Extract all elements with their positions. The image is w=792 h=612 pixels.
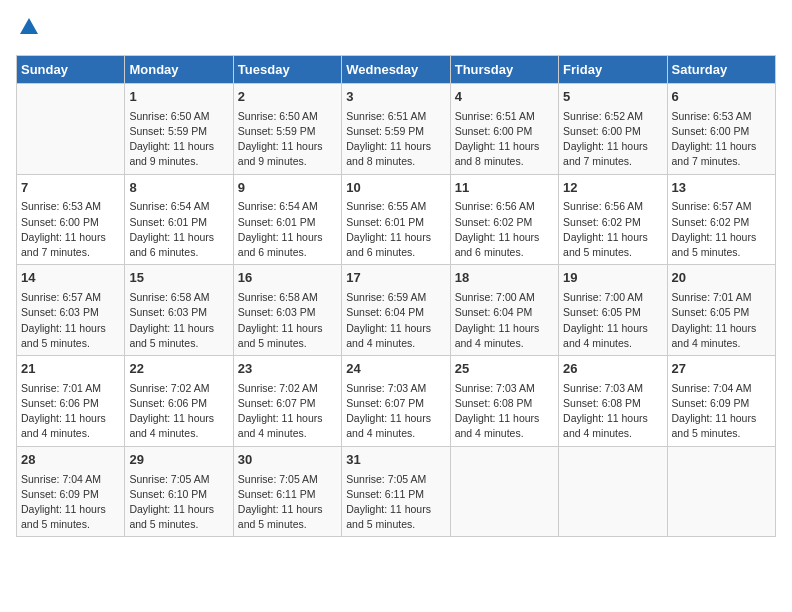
- day-info: Sunrise: 7:02 AM: [129, 381, 228, 396]
- day-info: Sunrise: 7:01 AM: [21, 381, 120, 396]
- day-info: and 9 minutes.: [129, 154, 228, 169]
- day-info: and 6 minutes.: [346, 245, 445, 260]
- calendar-cell: 29Sunrise: 7:05 AMSunset: 6:10 PMDayligh…: [125, 446, 233, 537]
- day-info: Sunset: 6:04 PM: [346, 305, 445, 320]
- day-info: Daylight: 11 hours: [672, 139, 771, 154]
- day-info: Daylight: 11 hours: [238, 321, 337, 336]
- day-info: Sunset: 6:06 PM: [129, 396, 228, 411]
- calendar-cell: 10Sunrise: 6:55 AMSunset: 6:01 PMDayligh…: [342, 174, 450, 265]
- day-info: and 4 minutes.: [672, 336, 771, 351]
- day-info: Sunrise: 7:00 AM: [563, 290, 662, 305]
- calendar-cell: 12Sunrise: 6:56 AMSunset: 6:02 PMDayligh…: [559, 174, 667, 265]
- day-number: 21: [21, 360, 120, 379]
- day-info: and 4 minutes.: [455, 336, 554, 351]
- day-info: and 6 minutes.: [129, 245, 228, 260]
- day-number: 23: [238, 360, 337, 379]
- calendar-cell: 2Sunrise: 6:50 AMSunset: 5:59 PMDaylight…: [233, 83, 341, 174]
- day-number: 26: [563, 360, 662, 379]
- calendar-cell: 6Sunrise: 6:53 AMSunset: 6:00 PMDaylight…: [667, 83, 775, 174]
- day-info: Daylight: 11 hours: [346, 502, 445, 517]
- day-number: 27: [672, 360, 771, 379]
- col-header-wednesday: Wednesday: [342, 55, 450, 83]
- day-info: Daylight: 11 hours: [563, 321, 662, 336]
- day-number: 9: [238, 179, 337, 198]
- day-info: Sunrise: 7:04 AM: [672, 381, 771, 396]
- day-info: and 4 minutes.: [238, 426, 337, 441]
- calendar-cell: 21Sunrise: 7:01 AMSunset: 6:06 PMDayligh…: [17, 355, 125, 446]
- day-info: Daylight: 11 hours: [238, 139, 337, 154]
- day-info: Sunset: 6:02 PM: [563, 215, 662, 230]
- day-info: and 4 minutes.: [129, 426, 228, 441]
- day-info: Sunrise: 7:03 AM: [346, 381, 445, 396]
- col-header-saturday: Saturday: [667, 55, 775, 83]
- calendar-cell: 31Sunrise: 7:05 AMSunset: 6:11 PMDayligh…: [342, 446, 450, 537]
- day-number: 25: [455, 360, 554, 379]
- day-number: 30: [238, 451, 337, 470]
- day-info: Daylight: 11 hours: [238, 502, 337, 517]
- day-info: and 4 minutes.: [455, 426, 554, 441]
- day-number: 28: [21, 451, 120, 470]
- calendar-cell: 11Sunrise: 6:56 AMSunset: 6:02 PMDayligh…: [450, 174, 558, 265]
- day-info: Sunrise: 6:58 AM: [238, 290, 337, 305]
- day-number: 24: [346, 360, 445, 379]
- day-info: Sunrise: 6:58 AM: [129, 290, 228, 305]
- day-info: Sunrise: 6:54 AM: [129, 199, 228, 214]
- day-number: 4: [455, 88, 554, 107]
- day-number: 15: [129, 269, 228, 288]
- calendar-body: 1Sunrise: 6:50 AMSunset: 5:59 PMDaylight…: [17, 83, 776, 537]
- day-number: 20: [672, 269, 771, 288]
- calendar-cell: [667, 446, 775, 537]
- day-info: and 7 minutes.: [563, 154, 662, 169]
- calendar-cell: 22Sunrise: 7:02 AMSunset: 6:06 PMDayligh…: [125, 355, 233, 446]
- day-info: Sunset: 6:10 PM: [129, 487, 228, 502]
- day-number: 11: [455, 179, 554, 198]
- day-info: and 4 minutes.: [563, 336, 662, 351]
- day-info: Daylight: 11 hours: [129, 139, 228, 154]
- calendar-cell: 20Sunrise: 7:01 AMSunset: 6:05 PMDayligh…: [667, 265, 775, 356]
- day-info: Sunset: 6:01 PM: [238, 215, 337, 230]
- day-info: Sunrise: 6:57 AM: [672, 199, 771, 214]
- col-header-tuesday: Tuesday: [233, 55, 341, 83]
- day-info: Sunrise: 6:53 AM: [21, 199, 120, 214]
- day-info: and 5 minutes.: [563, 245, 662, 260]
- day-info: and 7 minutes.: [672, 154, 771, 169]
- calendar-cell: 17Sunrise: 6:59 AMSunset: 6:04 PMDayligh…: [342, 265, 450, 356]
- day-number: 19: [563, 269, 662, 288]
- calendar-cell: 9Sunrise: 6:54 AMSunset: 6:01 PMDaylight…: [233, 174, 341, 265]
- calendar-cell: 15Sunrise: 6:58 AMSunset: 6:03 PMDayligh…: [125, 265, 233, 356]
- day-number: 6: [672, 88, 771, 107]
- day-number: 22: [129, 360, 228, 379]
- day-info: Daylight: 11 hours: [346, 411, 445, 426]
- calendar-cell: 7Sunrise: 6:53 AMSunset: 6:00 PMDaylight…: [17, 174, 125, 265]
- day-info: Sunset: 6:01 PM: [346, 215, 445, 230]
- day-info: Sunset: 6:03 PM: [21, 305, 120, 320]
- calendar-week-row: 21Sunrise: 7:01 AMSunset: 6:06 PMDayligh…: [17, 355, 776, 446]
- day-info: Sunset: 6:02 PM: [672, 215, 771, 230]
- col-header-friday: Friday: [559, 55, 667, 83]
- day-info: Sunrise: 7:01 AM: [672, 290, 771, 305]
- day-info: Sunset: 6:02 PM: [455, 215, 554, 230]
- day-info: Daylight: 11 hours: [21, 230, 120, 245]
- day-info: Sunset: 6:07 PM: [238, 396, 337, 411]
- day-info: Sunset: 6:09 PM: [672, 396, 771, 411]
- day-info: Sunset: 5:59 PM: [238, 124, 337, 139]
- day-info: Sunrise: 6:56 AM: [455, 199, 554, 214]
- day-info: Daylight: 11 hours: [346, 230, 445, 245]
- calendar-week-row: 28Sunrise: 7:04 AMSunset: 6:09 PMDayligh…: [17, 446, 776, 537]
- day-number: 14: [21, 269, 120, 288]
- day-info: Sunrise: 7:02 AM: [238, 381, 337, 396]
- day-info: Sunset: 6:07 PM: [346, 396, 445, 411]
- day-info: and 4 minutes.: [21, 426, 120, 441]
- day-info: Daylight: 11 hours: [455, 230, 554, 245]
- day-info: and 5 minutes.: [238, 517, 337, 532]
- day-info: Sunrise: 6:56 AM: [563, 199, 662, 214]
- calendar-cell: 3Sunrise: 6:51 AMSunset: 5:59 PMDaylight…: [342, 83, 450, 174]
- calendar-cell: 26Sunrise: 7:03 AMSunset: 6:08 PMDayligh…: [559, 355, 667, 446]
- day-info: Sunset: 6:11 PM: [346, 487, 445, 502]
- calendar-cell: 14Sunrise: 6:57 AMSunset: 6:03 PMDayligh…: [17, 265, 125, 356]
- day-info: and 5 minutes.: [21, 517, 120, 532]
- calendar-cell: 30Sunrise: 7:05 AMSunset: 6:11 PMDayligh…: [233, 446, 341, 537]
- day-info: Sunset: 6:00 PM: [563, 124, 662, 139]
- svg-marker-0: [20, 18, 38, 34]
- day-number: 8: [129, 179, 228, 198]
